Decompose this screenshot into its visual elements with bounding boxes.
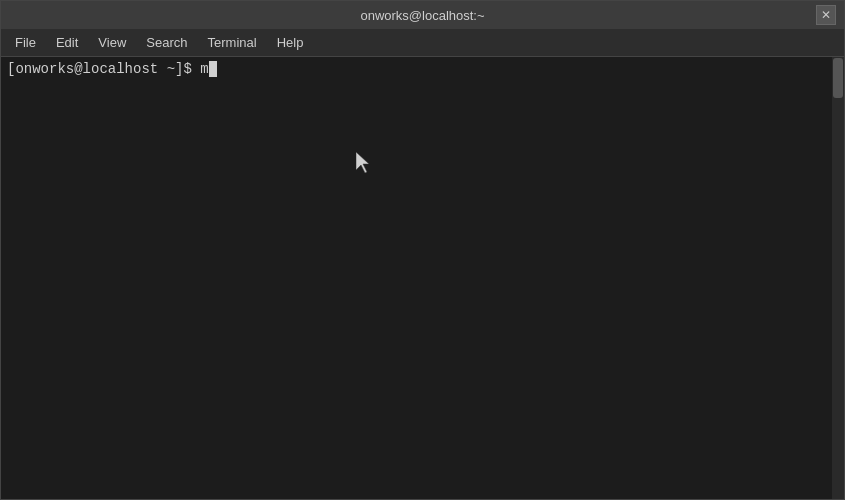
menu-edit[interactable]: Edit: [46, 31, 88, 54]
scrollbar[interactable]: [832, 57, 844, 499]
menu-view[interactable]: View: [88, 31, 136, 54]
terminal-window: onworks@localhost:~ ✕ File Edit View Sea…: [0, 0, 845, 500]
menu-file[interactable]: File: [5, 31, 46, 54]
terminal-input: m: [200, 61, 208, 77]
menu-help[interactable]: Help: [267, 31, 314, 54]
menu-search[interactable]: Search: [136, 31, 197, 54]
close-button[interactable]: ✕: [816, 5, 836, 25]
scrollbar-thumb[interactable]: [833, 58, 843, 98]
title-bar: onworks@localhost:~ ✕: [1, 1, 844, 29]
window-title: onworks@localhost:~: [360, 8, 484, 23]
terminal-prompt: [onworks@localhost ~]$: [7, 61, 200, 77]
menu-terminal[interactable]: Terminal: [198, 31, 267, 54]
mouse-cursor-icon: [356, 152, 374, 174]
svg-marker-0: [356, 152, 369, 173]
terminal-cursor: [209, 61, 217, 77]
terminal-body[interactable]: [onworks@localhost ~]$ m: [1, 57, 844, 499]
menu-bar: File Edit View Search Terminal Help: [1, 29, 844, 57]
terminal-prompt-line: [onworks@localhost ~]$ m: [7, 61, 838, 77]
